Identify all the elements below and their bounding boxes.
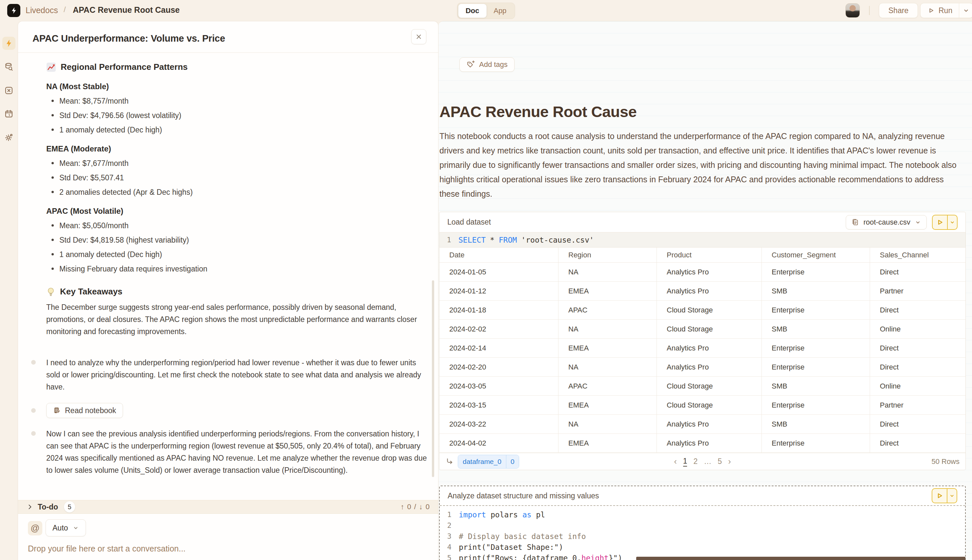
line-number: 2 — [440, 521, 459, 530]
rail-item-data-browser[interactable] — [2, 60, 15, 73]
python-code-editor[interactable]: 1import polars as pl 2 3# Display basic … — [440, 506, 965, 560]
rail-item-variables[interactable] — [2, 84, 15, 97]
rail-item-assistant[interactable] — [2, 37, 15, 50]
cell-value: 2024-03-05 — [439, 377, 559, 395]
cell-value: NA — [559, 358, 657, 377]
page-5-button[interactable]: 5 — [717, 457, 722, 466]
composer: @ Auto Drop your file here or start a co… — [18, 514, 438, 560]
code-line: 1import polars as pl — [440, 509, 965, 520]
table-row: 2024-01-05 NA Analytics Pro Enterprise D… — [439, 263, 965, 282]
page-next-button[interactable]: › — [728, 457, 731, 467]
cell-value: Analytics Pro — [657, 358, 762, 377]
model-mode-selector[interactable]: Auto — [46, 519, 86, 537]
cell-value: Cloud Storage — [657, 377, 762, 395]
tab-doc[interactable]: Doc — [458, 4, 487, 18]
tag-plus-icon — [466, 60, 475, 69]
dataset-file-selector[interactable]: root-cause.csv — [846, 215, 927, 230]
notebook-title[interactable]: APAC Revenue Root Cause — [439, 103, 637, 121]
cell-value: Direct — [870, 339, 965, 357]
line-number: 1 — [439, 236, 458, 244]
composer-input[interactable]: Drop your file here or start a conversat… — [28, 544, 186, 553]
chart-increasing-icon — [46, 62, 56, 72]
cell-value: Analytics Pro — [657, 415, 762, 433]
chat-scrollbar[interactable] — [432, 280, 434, 477]
mention-button[interactable]: @ — [28, 521, 42, 535]
cell-value: Enterprise — [762, 396, 870, 415]
column-header[interactable]: Product — [657, 248, 762, 262]
user-avatar[interactable] — [845, 3, 860, 18]
close-icon — [415, 33, 422, 40]
run-cell-button[interactable] — [932, 489, 947, 503]
cell-value: Enterprise — [762, 301, 870, 319]
dataframe-name: dataframe_0 — [458, 455, 506, 468]
timeline-dot — [31, 360, 36, 365]
table-header-row: Date Region Product Customer_Segment Sal… — [439, 248, 965, 263]
arrow-down-icon[interactable]: ↓ — [419, 503, 423, 511]
rail-item-integrations[interactable] — [2, 131, 15, 144]
cell-value: EMEA — [559, 339, 657, 357]
add-tags-button[interactable]: Add tags — [459, 57, 515, 72]
column-header[interactable]: Date — [439, 248, 559, 262]
cell-label[interactable]: Analyze dataset structure and missing va… — [448, 492, 599, 500]
run-cell-options-button[interactable] — [948, 215, 957, 229]
sql-code-line[interactable]: 1 SELECT * FROM 'root-cause.csv' — [439, 232, 965, 248]
read-notebook-button[interactable]: Read notebook — [46, 403, 123, 418]
add-tags-label: Add tags — [479, 60, 508, 69]
livedocs-logo[interactable] — [7, 4, 20, 17]
dataframe-variable-chip[interactable]: dataframe_0 0 — [458, 455, 519, 468]
line-number: 3 — [440, 532, 459, 540]
list-item: Mean: $5,050/month — [50, 221, 429, 230]
todo-bar[interactable]: To-do 5 ↑ 0 / ↓ 0 — [18, 500, 438, 514]
share-button-label: Share — [889, 6, 909, 15]
cell-value: Enterprise — [762, 263, 870, 281]
table-row: 2024-01-12 EMEA Analytics Pro SMB Partne… — [439, 282, 965, 301]
page-1-button[interactable]: 1 — [683, 457, 687, 467]
assistant-message: I need to analyze why the underperformin… — [46, 357, 430, 393]
row-count-label: 50 Rows — [931, 457, 960, 466]
column-header[interactable]: Customer_Segment — [762, 248, 870, 262]
sql-source-string: 'root-cause.csv' — [521, 236, 594, 244]
cell-value: Direct — [870, 415, 965, 433]
run-cell-options-button[interactable] — [947, 489, 957, 503]
horizontal-scrollbar-thumb[interactable] — [636, 557, 965, 560]
rail-item-schedules[interactable] — [2, 107, 15, 120]
run-cell-button[interactable] — [933, 215, 947, 229]
assistant-transcript[interactable]: Regional Performance Patterns NA (Most S… — [18, 53, 438, 500]
metric-list-emea: Mean: $7,677/month Std Dev: $5,507.41 2 … — [46, 159, 429, 197]
dataset-file-name: root-cause.csv — [864, 218, 910, 227]
read-notebook-label: Read notebook — [65, 406, 116, 415]
line-number: 4 — [440, 543, 459, 551]
cell-run-controls — [932, 488, 957, 503]
assistant-message: Now I can see the previous analysis iden… — [46, 428, 430, 477]
cell-analyze-dataset: Analyze dataset structure and missing va… — [439, 485, 966, 560]
doc-app-toggle: Doc App — [457, 3, 515, 19]
column-header[interactable]: Region — [559, 248, 657, 262]
cell-value: Analytics Pro — [657, 263, 762, 281]
cell-value: 2024-03-15 — [439, 396, 559, 415]
close-panel-button[interactable] — [411, 29, 426, 44]
arrow-up-icon[interactable]: ↑ — [400, 503, 404, 511]
cell-label[interactable]: Load dataset — [447, 218, 491, 227]
cell-value: Direct — [870, 434, 965, 452]
page-prev-button[interactable]: ‹ — [674, 457, 677, 467]
cell-value: APAC — [559, 377, 657, 395]
breadcrumb-app[interactable]: Livedocs — [25, 5, 58, 15]
list-item: Std Dev: $4,819.58 (highest variability) — [50, 236, 429, 245]
run-button[interactable]: Run — [920, 3, 959, 18]
cell-value: Cloud Storage — [657, 301, 762, 319]
page-2-button[interactable]: 2 — [694, 457, 698, 466]
code-line: 4print("Dataset Shape:") — [440, 542, 965, 552]
list-item: 1 anomaly detected (Dec high) — [50, 125, 429, 135]
dataframe-footer: dataframe_0 0 ‹ 1 2 … 5 › 50 Rows — [439, 453, 965, 470]
run-options-button[interactable] — [959, 3, 972, 18]
cell-value: 2024-01-18 — [439, 301, 559, 319]
table-row: 2024-03-05 APAC Cloud Storage SMB Online — [439, 377, 965, 396]
notebook-description[interactable]: This notebook conducts a root cause anal… — [439, 129, 962, 201]
share-button[interactable]: Share — [879, 3, 918, 18]
tab-app[interactable]: App — [486, 4, 514, 18]
group-heading-apac: APAC (Most Volatile) — [46, 207, 429, 216]
model-mode-label: Auto — [52, 523, 68, 532]
cell-run-controls — [932, 215, 957, 230]
column-header[interactable]: Sales_Channel — [870, 248, 965, 262]
cell-value: Enterprise — [762, 358, 870, 377]
